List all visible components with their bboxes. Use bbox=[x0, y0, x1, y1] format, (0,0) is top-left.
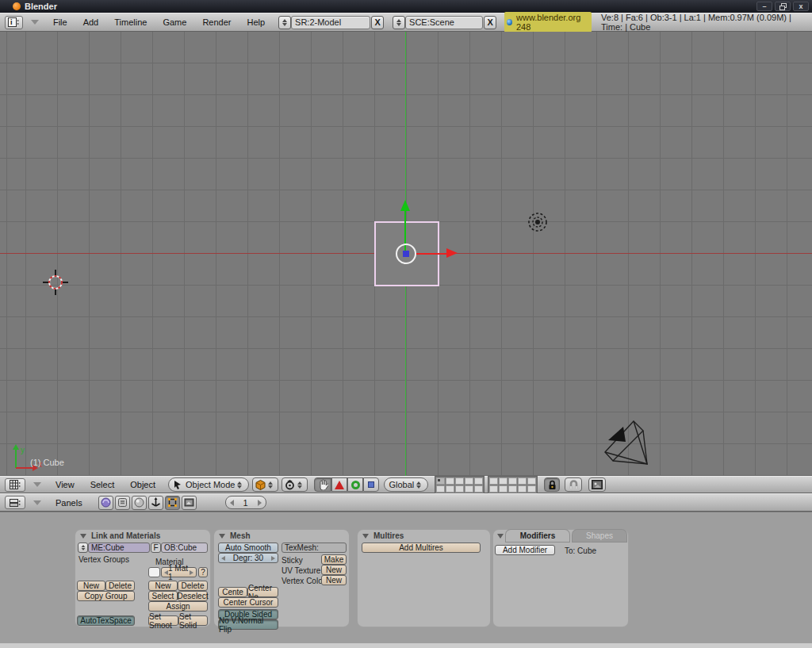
screen-name-field[interactable]: SR:2-Model bbox=[291, 16, 370, 29]
add-multires-button[interactable]: Add Multires bbox=[362, 543, 481, 553]
centre-button[interactable]: Cente bbox=[218, 587, 247, 597]
frame-number-stepper[interactable]: 1 bbox=[225, 496, 266, 509]
menu-object[interactable]: Object bbox=[122, 480, 163, 489]
menu-view[interactable]: View bbox=[48, 480, 82, 489]
panel-header[interactable]: Mesh bbox=[214, 530, 349, 542]
manipulator-y-arrow-icon[interactable] bbox=[400, 200, 410, 211]
draw-type-dropdown[interactable] bbox=[252, 477, 278, 492]
close-button[interactable]: x bbox=[793, 2, 809, 11]
layer-13[interactable] bbox=[455, 485, 464, 493]
layer-1[interactable] bbox=[436, 477, 445, 485]
object-name-field[interactable]: OB:Cube bbox=[161, 543, 208, 553]
editing-context-button[interactable] bbox=[165, 496, 180, 510]
fake-user-button[interactable]: F bbox=[151, 543, 161, 553]
copy-group-button[interactable]: Copy Group bbox=[77, 591, 135, 601]
menu-file[interactable]: File bbox=[45, 17, 75, 27]
layer-9[interactable] bbox=[518, 477, 527, 485]
lamp-object[interactable] bbox=[524, 209, 551, 236]
panel-header[interactable]: Multires bbox=[358, 530, 490, 542]
no-vnormal-flip-toggle[interactable]: No V.Normal Flip bbox=[218, 619, 278, 630]
scene-delete-button[interactable]: X bbox=[484, 16, 496, 29]
layer-5[interactable] bbox=[474, 477, 483, 485]
screen-delete-button[interactable]: X bbox=[371, 16, 384, 29]
panel-header[interactable]: Link and Materials bbox=[75, 530, 210, 542]
menu-game[interactable]: Game bbox=[155, 17, 194, 27]
mesh-browse-button[interactable] bbox=[78, 543, 88, 553]
scene-browse-button[interactable] bbox=[393, 16, 405, 29]
vgroup-delete-button[interactable]: Delete bbox=[105, 581, 135, 591]
layer-3[interactable] bbox=[455, 477, 464, 485]
assign-button[interactable]: Assign bbox=[148, 601, 208, 612]
rotate-manipulator-button[interactable] bbox=[347, 477, 363, 492]
layer-10[interactable] bbox=[527, 477, 536, 485]
layer-16[interactable] bbox=[489, 485, 498, 493]
layer-15[interactable] bbox=[474, 485, 483, 493]
degr-stepper[interactable]: Degr: 30 bbox=[218, 553, 278, 563]
select-button[interactable]: Select bbox=[148, 591, 178, 601]
manipulator-x-axis[interactable] bbox=[416, 253, 447, 255]
stepper-left-icon[interactable] bbox=[230, 500, 234, 506]
layer-8[interactable] bbox=[508, 477, 517, 485]
layer-11[interactable] bbox=[436, 485, 445, 493]
stepper-left-icon[interactable] bbox=[221, 556, 225, 561]
vgroup-new-button[interactable]: New bbox=[77, 581, 105, 591]
layer-6[interactable] bbox=[489, 477, 498, 485]
menu-select[interactable]: Select bbox=[82, 480, 123, 489]
logic-context-button[interactable] bbox=[98, 496, 113, 510]
stepper-right-icon[interactable] bbox=[258, 500, 262, 506]
shading-context-button[interactable] bbox=[132, 496, 147, 510]
object-context-button[interactable] bbox=[148, 496, 163, 510]
set-solid-button[interactable]: Set Solid bbox=[178, 615, 208, 626]
sticky-make-button[interactable]: Make bbox=[321, 554, 347, 565]
layer-buttons-right[interactable] bbox=[488, 476, 538, 494]
scene-context-button[interactable] bbox=[182, 496, 197, 510]
layer-buttons-left[interactable] bbox=[435, 476, 485, 494]
centre-cursor-button[interactable]: Center Cursor bbox=[218, 597, 278, 608]
material-new-button[interactable]: New bbox=[148, 581, 178, 591]
scale-manipulator-button[interactable] bbox=[363, 477, 379, 492]
material-index-stepper[interactable]: 1 Mat 1 bbox=[161, 567, 197, 577]
screen-browse-button[interactable] bbox=[278, 16, 291, 29]
menu-timeline[interactable]: Timeline bbox=[106, 17, 155, 27]
deselect-button[interactable]: Deselect bbox=[178, 591, 208, 601]
mode-dropdown[interactable]: Object Mode bbox=[168, 477, 249, 492]
menu-render[interactable]: Render bbox=[194, 17, 239, 27]
manipulator-x-arrow-icon[interactable] bbox=[446, 248, 458, 258]
vertex-color-new-button[interactable]: New bbox=[321, 575, 347, 585]
layer-4[interactable] bbox=[465, 477, 473, 485]
layer-7[interactable] bbox=[499, 477, 508, 485]
orientation-dropdown[interactable]: Global bbox=[384, 477, 428, 492]
window-type-button-info[interactable]: i bbox=[5, 16, 23, 29]
buttons-workspace[interactable]: Link and Materials ME:Cube F OB:Cube Ver… bbox=[0, 512, 812, 643]
lock-view-button[interactable] bbox=[544, 477, 560, 492]
layer-14[interactable] bbox=[465, 485, 473, 493]
stepper-right-icon[interactable] bbox=[271, 556, 275, 561]
layer-19[interactable] bbox=[518, 485, 527, 493]
layer-2[interactable] bbox=[446, 477, 454, 485]
collapse-menu-icon[interactable] bbox=[33, 500, 41, 505]
layer-18[interactable] bbox=[508, 485, 517, 493]
blender-org-link[interactable]: www.blender.org 248 bbox=[504, 12, 592, 33]
render-preview-button[interactable] bbox=[588, 477, 606, 492]
tab-shapes[interactable]: Shapes bbox=[573, 530, 626, 542]
camera-object[interactable] bbox=[599, 408, 670, 476]
layer-12[interactable] bbox=[446, 485, 454, 493]
menu-help[interactable]: Help bbox=[239, 17, 273, 27]
centre-new-button[interactable]: Center Ne bbox=[247, 587, 278, 597]
window-type-button-3dview[interactable] bbox=[5, 478, 25, 492]
layer-20[interactable] bbox=[527, 485, 536, 493]
collapse-menu-icon[interactable] bbox=[33, 482, 41, 487]
translate-manipulator-button[interactable] bbox=[331, 477, 347, 492]
uv-texture-new-button[interactable]: New bbox=[321, 565, 347, 575]
manipulator-toggle-button[interactable] bbox=[314, 477, 331, 492]
collapse-menu-icon[interactable] bbox=[31, 20, 39, 25]
title-bar[interactable]: Blender – x bbox=[0, 0, 812, 13]
material-color-swatch[interactable] bbox=[148, 567, 160, 577]
add-modifier-button[interactable]: Add Modifier bbox=[495, 545, 555, 555]
material-help-button[interactable]: ? bbox=[198, 567, 208, 577]
layer-17[interactable] bbox=[499, 485, 508, 493]
autotexspace-toggle[interactable]: AutoTexSpace bbox=[77, 615, 135, 626]
menu-panels[interactable]: Panels bbox=[48, 498, 90, 508]
script-context-button[interactable] bbox=[115, 496, 130, 510]
3d-viewport[interactable]: y x (1) Cube bbox=[0, 32, 812, 476]
